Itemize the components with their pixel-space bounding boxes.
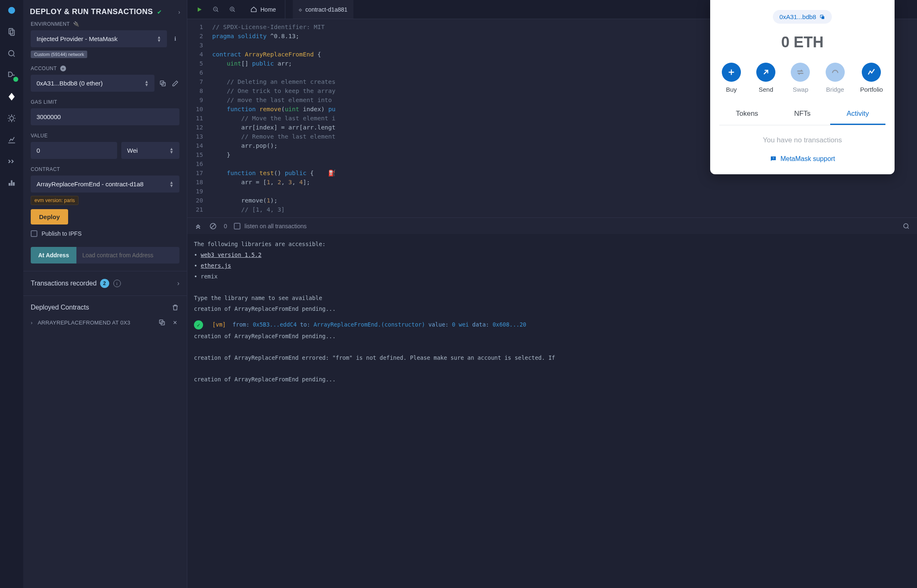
publish-ipfs-label: Publish to IPFS <box>42 230 82 237</box>
network-chip: Custom (59144) network <box>31 51 87 58</box>
support-icon: ? <box>770 155 777 163</box>
listen-all-checkbox[interactable] <box>234 223 240 229</box>
chevron-right-icon: › <box>31 320 33 326</box>
compiler-icon[interactable] <box>6 70 17 81</box>
listen-all-label: listen on all transactions <box>245 223 306 229</box>
code-area[interactable]: // SPDX-License-Identifier: MITpragma so… <box>207 19 336 217</box>
unit-test-icon[interactable] <box>6 156 17 167</box>
tx-count-badge: 2 <box>100 279 109 288</box>
account-address-pill[interactable]: 0xA31...bdb8 <box>773 10 832 24</box>
analytics-icon[interactable] <box>6 134 17 145</box>
tx-recorded-label: Transactions recorded <box>31 280 97 287</box>
copy-icon[interactable] <box>158 318 166 327</box>
at-address-button[interactable]: At Address <box>31 247 76 264</box>
value-amount-input[interactable] <box>31 142 117 159</box>
svg-point-0 <box>8 7 15 14</box>
svg-rect-2 <box>10 30 14 35</box>
svg-point-4 <box>10 116 13 120</box>
value-unit-select[interactable]: Wei▲▼ <box>121 142 179 159</box>
transactions-recorded-row[interactable]: Transactions recorded 2 i › <box>23 271 187 295</box>
panel-title: DEPLOY & RUN TRANSACTIONS <box>30 7 153 16</box>
tab-file[interactable]: ⟐ contract-d1a881 <box>293 0 353 19</box>
gas-limit-input[interactable] <box>31 108 179 125</box>
chevron-right-icon: › <box>177 280 179 287</box>
zoom-out-icon[interactable] <box>211 5 221 14</box>
tab-home[interactable]: Home <box>245 0 285 19</box>
run-script-icon[interactable] <box>195 5 204 14</box>
solidity-file-icon: ⟐ <box>299 6 302 13</box>
send-button[interactable]: Send <box>756 63 775 93</box>
plug-icon: 🔌 <box>73 21 80 27</box>
gas-limit-label: GAS LIMIT <box>31 99 179 105</box>
main-column: Home ⟐ contract-d1a881 12345678910111213… <box>187 0 917 588</box>
svg-point-12 <box>904 224 908 228</box>
account-label: ACCOUNT + <box>31 66 179 71</box>
at-address-input[interactable] <box>76 247 179 264</box>
account-select[interactable]: 0xA31...Bbdb8 (0 ether)▲▼ <box>31 75 154 92</box>
copy-icon <box>819 14 825 20</box>
info-icon[interactable]: i <box>113 280 121 287</box>
bridge-button[interactable]: Bridge <box>826 63 845 93</box>
tab-nfts[interactable]: NFTs <box>775 105 830 125</box>
deployed-contract-item[interactable]: › ARRAYREPLACEFROMEND AT 0X3 ✕ <box>23 314 187 331</box>
svg-text:?: ? <box>772 156 774 160</box>
clear-terminal-icon[interactable] <box>209 222 217 230</box>
edit-account-icon[interactable] <box>171 79 179 88</box>
plugin-manager-icon[interactable] <box>6 178 17 188</box>
zoom-in-icon[interactable] <box>228 5 237 14</box>
buy-button[interactable]: Buy <box>722 63 741 93</box>
remix-logo-icon[interactable] <box>6 5 17 16</box>
publish-ipfs-checkbox[interactable] <box>31 230 37 237</box>
check-icon: ✔ <box>157 9 162 15</box>
chevron-right-icon[interactable]: › <box>178 9 180 15</box>
swap-button[interactable]: Swap <box>791 63 810 93</box>
metamask-popup: 0xA31...bdb8 0 ETH Buy Send Swap Bridge <box>710 0 895 174</box>
deploy-button[interactable]: Deploy <box>31 209 68 224</box>
terminal-output[interactable]: The following libraries are accessible:•… <box>187 234 917 588</box>
metamask-support-link[interactable]: ? MetaMask support <box>719 155 885 163</box>
add-account-icon[interactable]: + <box>60 66 66 71</box>
search-terminal-icon[interactable] <box>902 222 910 230</box>
copy-account-icon[interactable] <box>159 79 167 88</box>
deployed-contracts-label: Deployed Contracts <box>31 304 89 311</box>
environment-label: ENVIRONMENT 🔌 <box>31 21 179 27</box>
terminal-toolbar: 0 listen on all transactions <box>187 217 917 234</box>
icon-rail <box>0 0 23 588</box>
tab-file-label: contract-d1a881 <box>305 6 347 13</box>
pending-count: 0 <box>224 223 227 229</box>
tab-home-label: Home <box>260 6 276 13</box>
svg-rect-1 <box>9 29 13 34</box>
tab-tokens[interactable]: Tokens <box>719 105 775 125</box>
search-icon[interactable] <box>6 48 17 59</box>
empty-transactions-label: You have no transactions <box>719 136 885 144</box>
collapse-terminal-icon[interactable] <box>194 222 202 230</box>
close-icon[interactable]: ✕ <box>171 318 179 327</box>
contract-select[interactable]: ArrayReplaceFromEnd - contract-d1a8▲▼ <box>31 176 179 193</box>
trash-icon[interactable] <box>171 303 179 312</box>
deployed-contract-name: ARRAYREPLACEFROMEND AT 0X3 <box>38 320 130 326</box>
tab-activity[interactable]: Activity <box>830 105 885 125</box>
file-explorer-icon[interactable] <box>6 27 17 37</box>
contract-label: CONTRACT <box>31 166 179 172</box>
line-gutter: 123456789101112131415161718192021 <box>187 19 207 217</box>
deploy-run-panel: DEPLOY & RUN TRANSACTIONS ✔ › ENVIRONMEN… <box>23 0 187 588</box>
value-label: VALUE <box>31 133 179 139</box>
evm-version-chip: evm version: paris <box>31 196 78 205</box>
environment-select[interactable]: Injected Provider - MetaMask▲▼ <box>31 30 167 47</box>
svg-point-3 <box>9 51 14 56</box>
deploy-run-icon[interactable] <box>6 91 17 102</box>
info-icon[interactable]: i <box>171 35 179 43</box>
home-icon <box>250 6 257 13</box>
portfolio-button[interactable]: Portfolio <box>860 63 883 93</box>
debugger-icon[interactable] <box>6 113 17 124</box>
balance-label: 0 ETH <box>719 34 885 51</box>
